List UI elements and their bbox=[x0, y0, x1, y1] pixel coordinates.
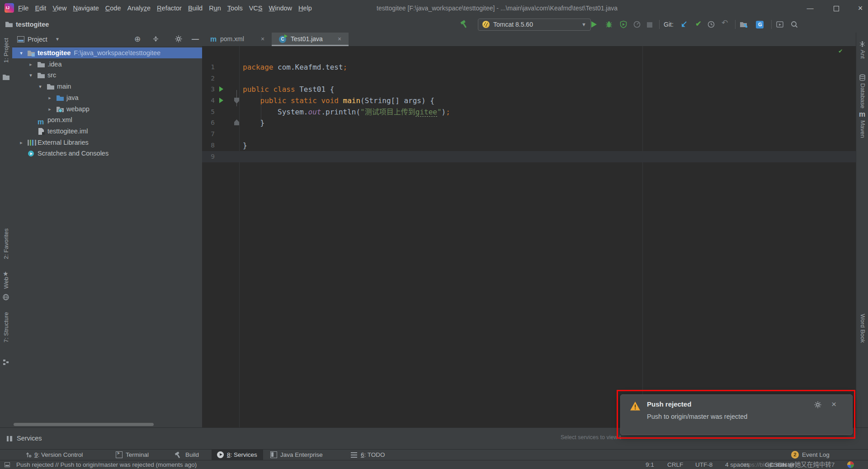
profiler-button[interactable] bbox=[633, 20, 641, 28]
run-main-icon[interactable] bbox=[219, 98, 223, 103]
status-message[interactable]: Push rejected // Push to origin/master w… bbox=[16, 460, 197, 469]
tree-row-java[interactable]: java bbox=[12, 92, 202, 103]
tree-row-root[interactable]: testtogiteeF:\java_workspace\testtogitee bbox=[12, 47, 202, 58]
close-icon[interactable] bbox=[261, 33, 264, 46]
ant-icon[interactable] bbox=[859, 41, 866, 48]
terminal-icon[interactable] bbox=[116, 451, 123, 458]
horizontal-scrollbar[interactable] bbox=[14, 423, 154, 426]
menu-code[interactable]: Code bbox=[105, 5, 121, 12]
tree-row-idea[interactable]: .idea bbox=[12, 59, 202, 70]
close-icon[interactable] bbox=[831, 399, 836, 409]
line-separator[interactable]: CRLF bbox=[667, 460, 683, 469]
minimize-button[interactable]: — bbox=[800, 0, 821, 16]
collapse-arrow-icon[interactable] bbox=[47, 104, 53, 114]
toolwindow-tab-favorites[interactable]: 2: Favorites bbox=[3, 228, 9, 259]
toolwindow-todo[interactable]: 6: TODO bbox=[361, 450, 385, 460]
menu-analyze[interactable]: Analyze bbox=[127, 5, 151, 12]
maximize-button[interactable] bbox=[826, 0, 847, 16]
search-everywhere-icon[interactable] bbox=[790, 20, 798, 28]
toolwindow-tab-maven[interactable]: Maven bbox=[859, 120, 866, 138]
hide-panel-icon[interactable] bbox=[191, 35, 199, 43]
menu-view[interactable]: View bbox=[52, 5, 66, 12]
todo-icon[interactable] bbox=[351, 452, 357, 458]
menu-tools[interactable]: Tools bbox=[227, 5, 243, 12]
toolwindow-terminal[interactable]: Terminal bbox=[126, 450, 149, 460]
tree-row-main[interactable]: main bbox=[12, 81, 202, 92]
tree-row-src[interactable]: src bbox=[12, 70, 202, 81]
locate-file-icon[interactable] bbox=[133, 35, 142, 43]
run-class-icon[interactable] bbox=[219, 86, 223, 92]
remote-host-button[interactable] bbox=[740, 20, 748, 28]
run-with-coverage-button[interactable] bbox=[619, 20, 627, 28]
translate-button[interactable] bbox=[756, 21, 764, 28]
build-icon[interactable] bbox=[175, 451, 181, 458]
notification-balloon[interactable]: Push rejected Push to origin/master was … bbox=[620, 394, 853, 435]
close-icon[interactable] bbox=[338, 33, 341, 46]
stop-button[interactable] bbox=[647, 22, 652, 28]
java-enterprise-icon[interactable] bbox=[270, 451, 277, 458]
caret-position[interactable]: 9:1 bbox=[646, 460, 654, 469]
structure-icon[interactable] bbox=[3, 359, 10, 366]
close-button[interactable]: × bbox=[850, 0, 868, 16]
debug-button[interactable] bbox=[605, 20, 613, 28]
toolwindow-services[interactable]: 8: Services bbox=[227, 450, 257, 460]
build-hammer-icon[interactable] bbox=[460, 20, 468, 28]
git-commit-button[interactable] bbox=[694, 20, 703, 28]
globe-icon[interactable] bbox=[3, 294, 10, 301]
menu-run[interactable]: Run bbox=[209, 5, 221, 12]
toolwindow-switcher-icon[interactable] bbox=[5, 462, 10, 467]
maven-icon[interactable]: m bbox=[859, 110, 866, 118]
run-configuration-select[interactable]: Tomcat 8.5.60 ▼ bbox=[478, 19, 591, 31]
services-icon[interactable] bbox=[217, 451, 224, 458]
menu-edit[interactable]: Edit bbox=[35, 5, 46, 12]
tab-test01-java[interactable]: Test01.java bbox=[272, 33, 349, 46]
git-update-button[interactable] bbox=[680, 20, 688, 28]
version-control-icon[interactable] bbox=[25, 451, 32, 458]
project-view-selector[interactable]: Project bbox=[28, 33, 47, 46]
run-button[interactable] bbox=[591, 21, 597, 28]
tree-row-external-libraries[interactable]: External Libraries bbox=[12, 137, 202, 148]
collapse-all-icon[interactable] bbox=[152, 35, 160, 43]
toolwindow-tab-structure[interactable]: 7: Structure bbox=[3, 312, 9, 342]
tree-row-iml[interactable]: testtogitee.iml bbox=[12, 126, 202, 137]
menu-refactor[interactable]: Refactor bbox=[157, 5, 182, 12]
toolwindow-event-log[interactable]: Event Log bbox=[802, 450, 830, 460]
toolwindow-tab-database[interactable]: Database bbox=[859, 83, 866, 109]
menu-help[interactable]: Help bbox=[298, 5, 312, 12]
menu-build[interactable]: Build bbox=[188, 5, 203, 12]
breadcrumb-project[interactable]: testtogitee bbox=[16, 16, 49, 33]
collapse-arrow-icon[interactable] bbox=[28, 59, 34, 70]
gear-icon[interactable] bbox=[814, 401, 821, 408]
git-rollback-button[interactable] bbox=[721, 19, 729, 27]
tab-pom-xml[interactable]: pom.xml bbox=[204, 33, 272, 46]
fold-end-icon[interactable] bbox=[234, 119, 239, 125]
collapse-arrow-icon[interactable] bbox=[18, 137, 24, 148]
code-editor[interactable]: 1 package com.Keafmd.test; 2 3 public cl… bbox=[202, 46, 856, 427]
inspections-ok-icon[interactable] bbox=[839, 47, 842, 54]
preview-window-button[interactable] bbox=[776, 20, 784, 28]
menu-file[interactable]: File bbox=[18, 5, 28, 12]
star-icon[interactable] bbox=[3, 270, 10, 277]
project-tool-icon[interactable] bbox=[3, 74, 10, 81]
database-icon[interactable] bbox=[859, 74, 866, 81]
gear-icon[interactable] bbox=[175, 35, 183, 43]
expand-arrow-icon[interactable] bbox=[18, 47, 24, 58]
toolwindow-tab-web[interactable]: Web bbox=[3, 277, 9, 289]
tree-row-scratches[interactable]: Scratches and Consoles bbox=[12, 148, 202, 159]
chevron-down-icon[interactable]: ▼ bbox=[55, 33, 60, 46]
tree-row-pom[interactable]: pom.xml bbox=[12, 114, 202, 125]
menu-window[interactable]: Window bbox=[269, 5, 292, 12]
toolwindow-tab-project[interactable]: 1: Project bbox=[3, 38, 9, 63]
collapse-arrow-icon[interactable] bbox=[47, 92, 53, 103]
toolwindow-java-enterprise[interactable]: Java Enterprise bbox=[280, 450, 323, 460]
toolwindow-version-control[interactable]: 9: Version Control bbox=[34, 450, 83, 460]
fold-start-icon[interactable] bbox=[234, 98, 239, 104]
toolwindow-tab-ant[interactable]: Ant bbox=[859, 50, 866, 59]
toolwindow-build[interactable]: Build bbox=[185, 450, 199, 460]
tree-row-webapp[interactable]: webapp bbox=[12, 104, 202, 114]
toolwindow-tab-wordbook[interactable]: Word Book bbox=[859, 314, 866, 343]
file-encoding[interactable]: UTF-8 bbox=[695, 460, 712, 469]
menu-vcs[interactable]: VCS bbox=[249, 5, 263, 12]
expand-arrow-icon[interactable] bbox=[37, 81, 43, 92]
expand-arrow-icon[interactable] bbox=[28, 70, 34, 81]
